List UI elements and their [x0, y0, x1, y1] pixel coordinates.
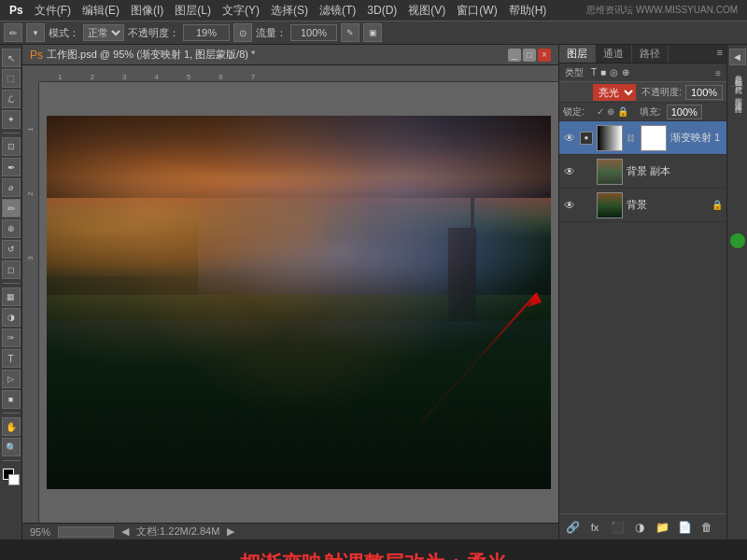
watermark: 思维资讯坛 WWW.MISSYUAN.COM: [581, 4, 743, 17]
opacity-value[interactable]: [685, 85, 723, 100]
menu-image[interactable]: 图像(I): [125, 3, 169, 19]
nav-right[interactable]: ▶: [227, 525, 234, 538]
canvas-overlay: [47, 116, 551, 489]
adjust-type-icon[interactable]: ⊕: [622, 67, 629, 77]
layer-item-bg-copy[interactable]: 👁 背景 副本: [559, 155, 726, 189]
stylus-icon[interactable]: ✎: [341, 23, 359, 42]
layer-item-gradient-map[interactable]: 👁 ● ⛓ 渐变映射 1: [559, 121, 726, 155]
layer-info: 背景: [627, 198, 708, 212]
hand-tool[interactable]: ✋: [2, 417, 21, 436]
lock-icons: ✓ ⊕ 🔒: [597, 106, 628, 117]
menu-layer[interactable]: 图层(L): [169, 3, 217, 19]
layer-name: 渐变映射 1: [670, 131, 723, 145]
color-swatch[interactable]: [3, 469, 20, 485]
v-tick: 2: [26, 180, 35, 196]
ruler-tick: 5: [187, 73, 190, 81]
menu-3d[interactable]: 3D(D): [361, 4, 402, 17]
link-layers-button[interactable]: 🔗: [563, 518, 582, 537]
path-select-tool[interactable]: ▷: [2, 370, 21, 388]
lock-position-icon[interactable]: ⊕: [607, 106, 614, 117]
dodge-tool[interactable]: ◑: [2, 308, 21, 327]
menu-view[interactable]: 视图(V): [402, 3, 451, 19]
layer-thumbnail: [597, 159, 623, 185]
brush-tool-icon[interactable]: ✏: [4, 23, 22, 42]
menu-text[interactable]: 文字(Y): [217, 3, 265, 19]
spot-heal-tool[interactable]: ⌀: [2, 178, 21, 197]
text-tool[interactable]: T: [2, 349, 21, 368]
eraser-tool[interactable]: ◻: [2, 260, 21, 279]
brush-tool[interactable]: ✏: [2, 199, 21, 217]
gradient-tool[interactable]: ▦: [2, 287, 21, 306]
opacity-label: 不透明度：: [128, 26, 179, 40]
close-button[interactable]: ×: [538, 49, 551, 62]
smart-type-icon[interactable]: ◎: [610, 67, 618, 77]
lasso-tool[interactable]: ℒ: [2, 90, 21, 108]
background-color[interactable]: [8, 474, 20, 485]
delete-layer-button[interactable]: 🗑: [698, 518, 716, 537]
menu-select[interactable]: 选择(S): [265, 3, 314, 19]
tool-preset-icon[interactable]: ▼: [26, 23, 45, 42]
tab-channels[interactable]: 通道: [596, 45, 632, 63]
ruler-tick: 2: [90, 73, 93, 81]
lock-all-icon[interactable]: 🔒: [617, 106, 628, 117]
lock-row: 锁定: ✓ ⊕ 🔒 填充:: [559, 103, 726, 121]
layers-empty-area: [559, 222, 726, 513]
panel-options-icon[interactable]: ≡: [715, 66, 721, 79]
eyedropper-tool[interactable]: ✒: [2, 158, 21, 176]
type-label: 类型: [565, 66, 584, 79]
history-brush-tool[interactable]: ↺: [2, 240, 21, 259]
pen-tool[interactable]: ✑: [2, 329, 21, 347]
airbrush-icon[interactable]: ⊙: [233, 23, 252, 42]
lock-pixel-icon[interactable]: ✓: [597, 106, 604, 117]
fill-label: 填充:: [640, 105, 661, 119]
text-type-icon[interactable]: T: [591, 67, 597, 77]
adjustment-button[interactable]: ◑: [630, 518, 649, 537]
copy-thumbnail: [598, 160, 622, 184]
magic-wand-tool[interactable]: ✦: [2, 110, 21, 129]
blend-mode-select[interactable]: 亮光 正常 溶解 柔光: [593, 84, 636, 101]
mode-select[interactable]: 正常 溶解 变暗: [83, 24, 124, 41]
green-panel-button[interactable]: [730, 233, 745, 248]
tablet-icon[interactable]: ▣: [363, 23, 382, 42]
clone-tool[interactable]: ⊕: [2, 219, 21, 238]
marquee-tool[interactable]: ⬚: [2, 69, 21, 88]
opacity-input[interactable]: [183, 24, 230, 41]
layer-name: 背景 副本: [627, 164, 723, 178]
menu-window[interactable]: 窗口(W): [451, 3, 502, 19]
group-button[interactable]: 📁: [653, 518, 671, 537]
fx-button[interactable]: fx: [585, 518, 604, 537]
menu-filter[interactable]: 滤镜(T): [314, 3, 361, 19]
layer-visibility-icon[interactable]: 👁: [563, 199, 576, 212]
zoom-tool[interactable]: 🔍: [2, 438, 21, 456]
menu-file[interactable]: 文件(F): [29, 3, 77, 19]
tab-paths[interactable]: 路径: [632, 45, 669, 63]
mask-button[interactable]: ⬛: [608, 518, 627, 537]
layer-visibility-icon[interactable]: 👁: [563, 165, 576, 178]
menu-help[interactable]: 帮助(H): [503, 3, 553, 19]
far-right-expand[interactable]: ◀: [729, 49, 746, 65]
v-tick: 3: [26, 245, 35, 260]
vertical-ruler: 1 2 3: [22, 82, 39, 523]
new-layer-button[interactable]: 📄: [675, 518, 694, 537]
flow-input[interactable]: [290, 24, 337, 41]
v-tick: 1: [26, 116, 35, 132]
shape-tool[interactable]: ■: [2, 390, 21, 409]
menu-ps[interactable]: Ps: [4, 4, 29, 17]
layer-visibility-icon[interactable]: 👁: [563, 132, 576, 145]
move-tool[interactable]: ↖: [2, 49, 21, 67]
layer-info: 渐变映射 1: [670, 131, 723, 145]
nav-left[interactable]: ◀: [121, 525, 129, 538]
panel-divider: [730, 86, 745, 87]
opacity-label: 不透明度:: [641, 86, 682, 99]
tab-layers[interactable]: 图层: [559, 45, 596, 63]
maximize-button[interactable]: □: [523, 49, 536, 62]
minimize-button[interactable]: _: [508, 49, 521, 62]
zoom-slider[interactable]: [58, 526, 114, 538]
menu-edit[interactable]: 编辑(E): [77, 3, 125, 19]
shape-type-icon[interactable]: ■: [600, 67, 606, 77]
document-controls: _ □ ×: [508, 49, 551, 62]
panel-menu-icon[interactable]: ≡: [713, 45, 726, 63]
fill-value[interactable]: [667, 105, 702, 119]
layer-item-background[interactable]: 👁 背景 🔒: [559, 189, 726, 222]
crop-tool[interactable]: ⊡: [2, 137, 21, 156]
